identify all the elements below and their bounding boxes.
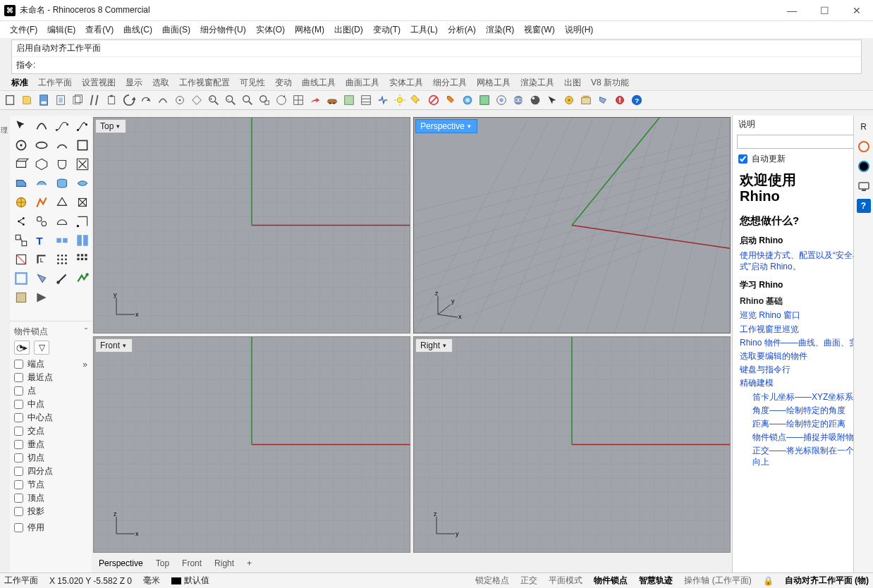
svg-line-7 (91, 95, 93, 105)
svg-rect-2 (42, 102, 47, 104)
toolbar-tab[interactable]: 工作平面 (38, 77, 72, 89)
toolbar-button[interactable]: - (223, 92, 238, 108)
svg-point-49 (568, 99, 570, 102)
toolbar-tab[interactable]: 标准 (11, 77, 28, 89)
toolbar-tab[interactable]: 网格工具 (477, 77, 511, 89)
main-menubar: 文件(F)编辑(E)查看(V)曲线(C)曲面(S)细分物件(U)实体(O)网格(… (0, 21, 873, 38)
toolbar-button[interactable] (375, 92, 391, 108)
close-button[interactable]: ✕ (841, 0, 873, 21)
toolbar-button[interactable] (477, 92, 492, 108)
command-prompt-label: 指令: (12, 57, 39, 73)
menu-item[interactable]: 说明(H) (565, 24, 594, 36)
svg-rect-40 (480, 96, 489, 105)
toolbar-button[interactable] (527, 92, 543, 108)
toolbar-tab[interactable]: 曲面工具 (346, 77, 379, 89)
menu-item[interactable]: 实体(O) (256, 24, 285, 36)
menu-item[interactable]: 文件(F) (10, 24, 37, 36)
toolbar-button[interactable] (274, 92, 289, 108)
svg-text:+: + (210, 97, 213, 102)
toolbar-button[interactable] (240, 92, 255, 108)
menu-item[interactable]: 工具(L) (410, 24, 438, 36)
toolbar-tab[interactable]: 可见性 (240, 77, 265, 89)
svg-point-46 (531, 96, 540, 105)
toolbar-button[interactable] (409, 92, 425, 108)
command-history: 启用自动对齐工作平面 (12, 40, 861, 56)
menu-item[interactable]: 查看(V) (85, 24, 114, 36)
toolbar-button[interactable] (3, 92, 18, 108)
toolbar-button[interactable]: + (206, 92, 221, 108)
command-input[interactable] (39, 59, 861, 73)
toolbar-button[interactable] (257, 92, 272, 108)
menu-item[interactable]: 出图(D) (334, 24, 363, 36)
menu-item[interactable]: 细分物件(U) (200, 24, 246, 36)
toolbar-button[interactable] (189, 92, 204, 108)
menu-item[interactable]: 编辑(E) (47, 24, 75, 36)
toolbar-tab[interactable]: 显示 (126, 77, 142, 89)
toolbar-tab[interactable]: 曲线工具 (302, 77, 336, 89)
svg-text:-: - (228, 97, 229, 102)
svg-rect-50 (582, 97, 591, 104)
toolbar-button[interactable] (54, 92, 69, 108)
toolbar-button[interactable] (307, 92, 323, 108)
window-titlebar: ⌘ 未命名 - Rhinoceros 8 Commercial — ☐ ✕ (0, 0, 873, 21)
menu-item[interactable]: 曲面(S) (162, 24, 190, 36)
svg-rect-54 (619, 102, 621, 103)
toolbar-button[interactable] (426, 92, 441, 108)
toolbar-button[interactable]: ? (629, 92, 645, 108)
toolbar-tab[interactable]: 细分工具 (433, 77, 467, 89)
svg-point-42 (499, 98, 503, 102)
toolbar-button[interactable] (324, 92, 340, 108)
toolbar-button[interactable] (291, 92, 306, 108)
toolbar-button[interactable] (138, 92, 154, 108)
toolbar-button[interactable] (87, 92, 103, 108)
toolbar-button[interactable] (71, 92, 86, 108)
svg-line-8 (96, 95, 98, 105)
svg-line-16 (232, 102, 236, 105)
toolbar-tab[interactable]: 变动 (275, 77, 292, 89)
toolbar-tab[interactable]: 设置视图 (82, 77, 116, 89)
menu-item[interactable]: 视窗(W) (524, 24, 554, 36)
toolbar-tab[interactable]: 出图 (564, 77, 581, 89)
toolbar-button[interactable] (511, 92, 526, 108)
svg-line-38 (431, 97, 437, 104)
toolbar-button[interactable] (20, 92, 35, 108)
svg-rect-28 (345, 96, 354, 105)
toolbar-tab[interactable]: 选取 (152, 77, 169, 89)
toolbar-tab[interactable]: 实体工具 (389, 77, 423, 89)
toolbar-tabs: 标准工作平面设置视图显示选取工作视窗配置可见性变动曲线工具曲面工具实体工具细分工… (0, 74, 873, 90)
menu-item[interactable]: 曲线(C) (123, 24, 152, 36)
toolbar-button[interactable] (561, 92, 577, 108)
toolbar-button[interactable] (341, 92, 357, 108)
minimize-button[interactable]: — (776, 0, 808, 21)
svg-rect-4 (59, 97, 62, 102)
toolbar-button[interactable] (172, 92, 188, 108)
svg-point-45 (518, 99, 520, 102)
toolbar-tab[interactable]: 工作视窗配置 (179, 77, 230, 89)
toolbar-button[interactable] (612, 92, 628, 108)
window-title: 未命名 - Rhinoceros 8 Commercial (20, 4, 776, 16)
menu-item[interactable]: 网格(M) (295, 24, 324, 36)
menu-item[interactable]: 变动(T) (373, 24, 401, 36)
menu-item[interactable]: 分析(A) (448, 24, 476, 36)
toolbar-button[interactable] (121, 92, 137, 108)
svg-rect-9 (109, 97, 115, 104)
toolbar-button[interactable] (443, 92, 458, 108)
command-line[interactable]: 指令: (12, 56, 861, 73)
command-panel: 启用自动对齐工作平面 指令: (11, 39, 862, 74)
toolbar-button[interactable] (392, 92, 408, 108)
maximize-button[interactable]: ☐ (808, 0, 841, 21)
menu-item[interactable]: 渲染(R) (486, 24, 515, 36)
toolbar-button[interactable] (358, 92, 374, 108)
toolbar-button[interactable] (494, 92, 509, 108)
toolbar-button[interactable] (104, 92, 120, 108)
toolbar-button[interactable] (155, 92, 171, 108)
toolbar-tab[interactable]: 渲染工具 (520, 77, 554, 89)
toolbar-button[interactable] (37, 92, 52, 108)
toolbar-button[interactable] (544, 92, 560, 108)
toolbar-button[interactable] (460, 92, 475, 108)
toolbar-button[interactable] (595, 92, 611, 108)
toolbar-button[interactable] (578, 92, 594, 108)
svg-line-13 (215, 102, 219, 105)
toolbar-tab[interactable]: V8 新功能 (591, 77, 629, 89)
svg-line-19 (249, 102, 252, 105)
